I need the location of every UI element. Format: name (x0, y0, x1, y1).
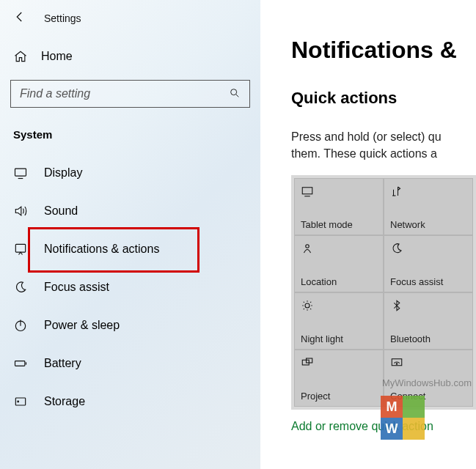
nav-label: Storage (44, 395, 85, 408)
project-icon (301, 356, 377, 371)
bluetooth-icon (390, 299, 466, 314)
section-title: Quick actions (291, 89, 476, 108)
svg-point-9 (305, 303, 310, 308)
tile-bluetooth[interactable]: Bluetooth (384, 292, 473, 350)
nav-display[interactable]: Display (0, 154, 260, 192)
nav-focus-assist[interactable]: Focus assist (0, 268, 260, 306)
nav-label: Focus assist (44, 281, 109, 294)
nav-label: Power & sleep (44, 319, 120, 332)
home-icon (13, 49, 28, 64)
tile-label: Project (301, 391, 377, 402)
tile-label: Night light (301, 333, 377, 344)
main-panel: Notifications & Quick actions Press and … (260, 0, 476, 469)
storage-icon (13, 394, 28, 409)
tablet-mode-icon (301, 185, 377, 199)
home-label: Home (41, 50, 73, 63)
search-box[interactable] (10, 80, 250, 108)
nav-sound[interactable]: Sound (0, 192, 260, 230)
nav-label: Display (44, 166, 82, 180)
tile-network[interactable]: Network (384, 178, 473, 235)
tile-project[interactable]: Project (294, 350, 384, 407)
sidebar-home[interactable]: Home (0, 40, 260, 75)
nav-notifications[interactable]: Notifications & actions (0, 230, 260, 268)
tile-label: Network (390, 219, 466, 230)
display-icon (13, 166, 28, 180)
svg-point-6 (18, 401, 19, 402)
focus-assist-icon (13, 280, 28, 295)
category-heading: System (0, 124, 260, 154)
back-icon[interactable] (13, 10, 26, 26)
nav-battery[interactable]: Battery (0, 344, 260, 383)
desc-line: them. These quick actions a (291, 147, 437, 160)
connect-icon (390, 356, 466, 371)
tile-tablet-mode[interactable]: Tablet mode (294, 178, 384, 235)
tile-location[interactable]: Location (294, 235, 384, 292)
location-icon (301, 242, 377, 256)
settings-sidebar: Settings Home System Display (0, 0, 260, 469)
nav-storage[interactable]: Storage (0, 383, 260, 421)
nav-list: Display Sound Notifications & actions (0, 154, 260, 421)
search-input[interactable] (20, 87, 229, 100)
nav-power-sleep[interactable]: Power & sleep (0, 306, 260, 344)
nav-label: Notifications & actions (44, 243, 159, 256)
description: Press and hold (or select) qu them. Thes… (291, 128, 476, 162)
app-title: Settings (44, 12, 81, 24)
watermark-logo: MW (381, 396, 425, 440)
desc-line: Press and hold (or select) qu (291, 130, 442, 143)
tile-label: Location (301, 276, 377, 287)
svg-rect-4 (15, 361, 25, 366)
tile-label: Bluetooth (390, 333, 466, 344)
search-icon (229, 87, 241, 101)
svg-point-0 (231, 89, 237, 95)
sound-icon (13, 204, 28, 218)
quick-actions-grid: Tablet mode Network Location Focus assis… (291, 175, 476, 410)
focus-assist-icon (390, 242, 466, 256)
tile-label: Focus assist (390, 276, 466, 287)
page-title: Notifications & (291, 37, 476, 64)
titlebar: Settings (0, 6, 260, 40)
night-light-icon (301, 299, 377, 314)
nav-label: Sound (44, 204, 78, 218)
svg-point-8 (306, 245, 310, 248)
nav-label: Battery (44, 357, 81, 370)
network-icon (390, 185, 466, 199)
svg-rect-7 (302, 188, 312, 194)
notifications-icon (13, 242, 28, 256)
tile-focus-assist[interactable]: Focus assist (384, 235, 473, 292)
battery-icon (13, 356, 28, 371)
svg-point-13 (396, 363, 398, 365)
svg-rect-1 (15, 169, 26, 176)
tile-night-light[interactable]: Night light (294, 292, 384, 350)
svg-rect-2 (15, 244, 25, 252)
tile-label: Tablet mode (301, 219, 377, 230)
power-icon (13, 318, 28, 333)
watermark-text: MyWindowsHub.com (382, 377, 472, 388)
